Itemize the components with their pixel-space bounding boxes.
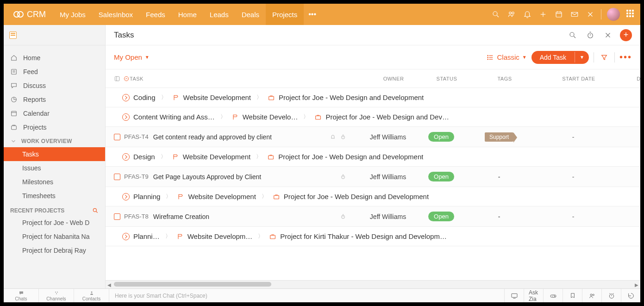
nav-feeds[interactable]: Feeds [139,4,172,25]
sidebar-item-reports[interactable]: Reports [4,93,105,106]
sidebar-item-projects[interactable]: Projects [4,120,105,134]
game-icon[interactable] [543,289,563,302]
columns-icon[interactable] [114,75,120,82]
checkbox[interactable] [114,134,120,140]
search-icon[interactable] [92,207,99,214]
timer-icon[interactable] [340,134,346,140]
chevron-right-icon: 〉 [258,232,263,240]
collapse-all-icon[interactable] [123,75,130,82]
ask-zia-button[interactable]: Ask Zia [524,289,543,302]
task-name[interactable]: Get content ready and approved by client [153,133,325,141]
checkbox[interactable] [114,174,120,180]
collapse-icon[interactable] [122,233,130,240]
tag-chip[interactable]: Support [485,132,513,142]
recent-project[interactable]: Project for Joe - Web D [4,216,105,230]
group-row[interactable]: Content Writing and Ass…〉Website Develo…… [106,107,640,127]
task-owner: Jeff Williams [356,173,420,181]
task-row[interactable]: PFAS-T4Get content ready and approved by… [106,127,640,147]
sidebar-sub-milestones[interactable]: Milestones [4,175,105,189]
contacts-icon[interactable] [504,6,519,22]
sidebar-item-home[interactable]: Home [4,51,105,65]
horizontal-scrollbar[interactable]: ◀ ▶ [106,280,640,288]
plus-icon[interactable] [535,6,551,22]
search-icon[interactable] [567,30,578,41]
col-due[interactable]: DUE [616,76,640,81]
calendar-icon[interactable] [551,6,567,22]
nav-my-jobs[interactable]: My Jobs [53,4,92,25]
task-owner: Jeff Williams [356,213,420,220]
nav-projects[interactable]: Projects [266,4,304,25]
timer-icon[interactable] [340,213,346,220]
brand-logo[interactable]: CRM [8,9,50,20]
col-tags[interactable]: TAGS [468,76,542,81]
svg-rect-45 [274,195,279,199]
nav-leads[interactable]: Leads [203,4,235,25]
mail-icon[interactable] [567,6,582,22]
col-owner[interactable]: OWNER [361,76,426,81]
sidebar-sub-tasks[interactable]: Tasks [4,147,105,161]
sidebar-item-calendar[interactable]: Calendar [4,106,105,120]
reminder-icon[interactable] [330,134,336,140]
sidebar-item-feed[interactable]: Feed [4,65,105,79]
status-pill[interactable]: Open [428,132,454,142]
add-button[interactable]: + [620,29,632,41]
collapse-icon[interactable] [122,193,130,200]
alarm-icon[interactable] [601,289,621,302]
recent-project[interactable]: Project for Nabanita Na [4,230,105,244]
group-row[interactable]: Planni…〉Website Developm…〉Project for Ki… [106,227,640,246]
status-pill[interactable]: Open [428,172,454,181]
sidebar-toggle[interactable] [4,25,105,45]
tools-icon[interactable] [602,30,613,41]
more-icon[interactable]: ••• [619,52,632,62]
nav-deals[interactable]: Deals [235,4,266,25]
collapse-icon[interactable] [122,94,130,101]
note-icon[interactable] [563,289,582,302]
user-avatar[interactable] [607,8,620,21]
col-status[interactable]: STATUS [426,76,468,81]
filter-icon[interactable] [599,52,610,63]
apps-icon[interactable] [626,10,636,19]
status-pill[interactable]: Open [428,212,454,221]
task-row[interactable]: PFAS-T9Get Page Layouts Approved by Clie… [106,167,640,187]
nav-home[interactable]: Home [172,4,203,25]
view-dropdown[interactable]: Classic ▼ [487,53,526,61]
add-task-button[interactable]: Add Task ▼ [531,51,589,64]
task-name[interactable]: Get Page Layouts Approved by Client [153,173,335,181]
bottom-tab-chats[interactable]: Chats [4,289,39,302]
history-icon[interactable] [621,289,640,302]
timer-icon[interactable] [585,30,596,41]
col-task[interactable]: TASK [130,76,361,81]
sidebar-section-work-overview[interactable]: WORK OVERVIEW [4,134,105,147]
group-row[interactable]: Coding〉Website Development〉Project for J… [106,88,640,107]
task-name[interactable]: Wireframe Creation [153,213,335,220]
bottom-tab-channels[interactable]: Channels [39,289,74,302]
smart-chat-input[interactable]: Here is your Smart Chat (Ctrl+Space) [109,289,504,302]
group-row[interactable]: Planning〉Website Development〉Project for… [106,187,640,206]
sidebar-sub-issues[interactable]: Issues [4,161,105,175]
nav-more[interactable]: ••• [304,10,321,19]
svg-point-52 [56,293,57,294]
timer-icon[interactable] [340,174,346,180]
briefcase-icon [273,193,280,200]
col-start[interactable]: START DATE [542,76,616,81]
bottom-tab-contacts[interactable]: Contacts [74,289,109,302]
search-icon[interactable] [488,6,504,22]
sidebar-sub-timesheets[interactable]: Timesheets [4,189,105,203]
bell-icon[interactable] [519,6,535,22]
filter-dropdown[interactable]: My Open ▼ [114,53,150,61]
recent-project[interactable]: Project for Debraj Ray [4,244,105,257]
milestone-icon [231,113,239,121]
tools-icon[interactable] [582,6,598,22]
due-date: - [610,213,640,220]
screen-icon[interactable] [504,289,524,302]
collapse-icon[interactable] [122,113,130,121]
task-row[interactable]: PFAS-T8Wireframe CreationJeff WilliamsOp… [106,206,640,227]
people-icon[interactable] [582,289,601,302]
nav-salesinbox[interactable]: SalesInbox [92,4,139,25]
caret-down-icon[interactable]: ▼ [575,52,589,62]
group-row[interactable]: Design〉Website Development〉Project for J… [106,147,640,167]
checkbox[interactable] [114,213,120,220]
sidebar-item-discuss[interactable]: Discuss [4,79,105,93]
collapse-icon[interactable] [122,153,130,161]
contacts-icon [89,290,94,296]
